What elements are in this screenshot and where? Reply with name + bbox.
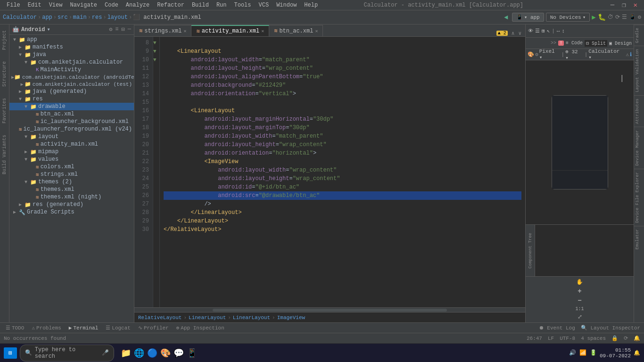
palette-icon[interactable]: 🎨: [528, 51, 534, 58]
breadcrumb-calculator[interactable]: Calculator: [3, 14, 37, 21]
tree-item-java[interactable]: ▼ 📁 java: [9, 51, 134, 58]
zoom-fit-button[interactable]: 1:1: [575, 306, 584, 312]
notification-center-icon[interactable]: 🔔: [634, 350, 640, 356]
back-button[interactable]: ◄: [502, 14, 510, 21]
breadcrumb-app[interactable]: app: [42, 14, 52, 21]
sdk-button[interactable]: ☰: [622, 14, 627, 21]
bc-linearlayout2[interactable]: LinearLayout: [233, 315, 270, 321]
collapse-all-icon[interactable]: ∨: [518, 30, 521, 36]
taskbar-android-icon[interactable]: 📱: [187, 348, 197, 358]
tree-item-res[interactable]: ▼ 📁 res: [9, 95, 134, 103]
maximize-button[interactable]: ❐: [619, 1, 628, 9]
close-button[interactable]: ✕: [631, 1, 640, 9]
menu-analyze[interactable]: Analyze: [123, 1, 152, 9]
design-tool-cursor[interactable]: ↖: [546, 27, 551, 34]
indent-label[interactable]: 4 spaces: [581, 336, 606, 341]
tab-close-btn-ac[interactable]: ✕: [315, 28, 318, 34]
menu-edit[interactable]: Edit: [25, 1, 44, 9]
tree-item-androidtest[interactable]: ▶ 📁 com.aniketjain.calculator (androidTe…: [9, 74, 134, 81]
encoding-label[interactable]: UTF-8: [560, 336, 575, 341]
layout-inspector-button[interactable]: 🔍 Layout Inspector: [581, 325, 640, 331]
app-selector-button[interactable]: 📱 ▾ app: [512, 13, 544, 22]
tab-close-strings[interactable]: ✕: [183, 28, 186, 34]
tree-item-package[interactable]: ▼ 📁 com.aniketjain.calculator: [9, 58, 134, 66]
design-tool-resize[interactable]: ↔: [556, 28, 561, 34]
menu-view[interactable]: View: [46, 1, 66, 9]
tab-close-activity-main[interactable]: ✕: [261, 28, 264, 34]
horizontal-scrollbar[interactable]: [134, 307, 525, 312]
tree-item-btn-ac[interactable]: ≋ btn_ac.xml: [9, 110, 134, 118]
bottom-tab-problems[interactable]: ⚠ Problems: [30, 325, 63, 331]
sidebar-item-device-explorer[interactable]: Device File Explorer: [634, 169, 644, 226]
code-content[interactable]: <LinearLayout android:layout_width="matc…: [160, 37, 525, 307]
zoom-in-button[interactable]: +: [578, 288, 581, 295]
android-dropdown-icon[interactable]: ▾: [47, 26, 50, 33]
design-view-button[interactable]: ▣ Design: [609, 41, 632, 46]
tree-item-activity-main[interactable]: ≋ activity_main.xml: [9, 140, 134, 148]
tree-item-manifests[interactable]: ▶ 📁 manifests: [9, 43, 134, 51]
bc-linearlayout1[interactable]: LinearLayout: [189, 315, 226, 321]
run-button[interactable]: ▶: [592, 13, 595, 21]
taskbar-edge-icon[interactable]: 🔵: [147, 348, 157, 358]
design-tool-grid[interactable]: ⊞: [541, 27, 545, 34]
menu-vcs[interactable]: VCS: [256, 1, 272, 9]
toolbar-more-icon[interactable]: >>: [551, 41, 556, 46]
sidebar-item-structure[interactable]: Structure: [1, 58, 8, 90]
tree-item-themes-xml[interactable]: ≋ themes.xml: [9, 186, 134, 193]
minimize-button[interactable]: —: [608, 1, 617, 9]
zoom-out-button[interactable]: −: [578, 297, 581, 304]
minimize-panel-icon[interactable]: —: [128, 26, 131, 33]
tree-item-drawable[interactable]: ▼ 📁 drawable: [9, 103, 134, 110]
profile-button[interactable]: ⏱: [608, 14, 613, 21]
bottom-tab-terminal[interactable]: ▶ Terminal: [67, 325, 100, 331]
sidebar-item-emulator[interactable]: Emulator: [634, 226, 644, 252]
zoom-cursor-icon[interactable]: ✋: [576, 279, 583, 286]
bottom-tab-app-inspection[interactable]: ⊕ App Inspection: [174, 325, 226, 331]
tab-btn-ac[interactable]: ≋ btn_ac.xml ✕: [269, 25, 323, 36]
debug-button[interactable]: 🐛: [598, 13, 606, 21]
sidebar-item-favorites[interactable]: Favorites: [1, 94, 8, 127]
dpi-selector[interactable]: ⊕ 32 ▾: [565, 49, 584, 61]
menu-help[interactable]: Help: [301, 1, 321, 9]
bc-relativelayout[interactable]: RelativeLayout: [138, 315, 182, 321]
menu-tools[interactable]: Tools: [231, 1, 254, 9]
sidebar-item-layout-validation[interactable]: Layout Validation: [634, 46, 644, 95]
config-icon[interactable]: ⚙: [535, 51, 538, 58]
sync-button[interactable]: ⟳: [615, 14, 620, 21]
split-view-button[interactable]: ⊟ Split: [585, 40, 607, 47]
bottom-tab-profiler[interactable]: ∿ Profiler: [136, 325, 171, 331]
menu-refactor[interactable]: Refactor: [154, 1, 187, 9]
gear-icon[interactable]: ⚙: [109, 26, 112, 33]
tab-strings[interactable]: ≋ strings.xml ✕: [134, 25, 191, 36]
breadcrumb-layout[interactable]: layout: [107, 14, 128, 21]
tree-item-app[interactable]: ▼ 📁 app: [9, 36, 134, 43]
taskbar-explorer-icon[interactable]: 📁: [121, 348, 131, 358]
avd-button[interactable]: 📱: [629, 14, 636, 21]
tree-item-strings[interactable]: ≋ strings.xml: [9, 171, 134, 178]
collapse-icon[interactable]: ⊟: [122, 26, 125, 33]
design-tool-list[interactable]: ☰: [535, 27, 540, 34]
menu-file[interactable]: File: [4, 1, 23, 9]
lf-label[interactable]: LF: [548, 336, 554, 341]
sidebar-item-device-manager[interactable]: Device Manager: [634, 127, 644, 169]
bottom-tab-logcat[interactable]: ☰ Logcat: [104, 325, 132, 331]
menu-code[interactable]: Code: [102, 1, 121, 9]
position-label[interactable]: 26:47: [527, 336, 542, 341]
code-view-button[interactable]: ≡ Code: [566, 41, 583, 46]
tree-item-test[interactable]: ▶ 📁 com.aniketjain.calculator (test): [9, 81, 134, 88]
tree-item-ic-fg[interactable]: ≋ ic_launcher_foreground.xml (v24): [9, 125, 134, 133]
expand-icon[interactable]: ∧: [512, 30, 515, 36]
info-icon[interactable]: ℹ: [630, 51, 632, 58]
tree-item-themes[interactable]: ▼ 📁 themes (2): [9, 178, 134, 186]
tree-item-layout[interactable]: ▼ 📁 layout: [9, 133, 134, 140]
tab-activity-main[interactable]: ≋ activity_main.xml ✕: [191, 25, 269, 36]
breadcrumb-main[interactable]: main: [73, 14, 87, 21]
sidebar-item-attributes[interactable]: Attributes: [634, 95, 644, 127]
zoom-expand-icon[interactable]: ⤢: [578, 313, 582, 321]
settings-button[interactable]: ⚙: [638, 14, 641, 21]
taskbar-chrome-icon[interactable]: 🌐: [134, 348, 144, 358]
design-tool-eye[interactable]: 👁: [528, 27, 534, 34]
tree-item-mipmap[interactable]: ▶ 📁 mipmap: [9, 148, 134, 156]
tree-item-gradle[interactable]: ▶ 🔧 Gradle Scripts: [9, 208, 134, 216]
tree-item-mainactivity[interactable]: K MainActivity: [9, 66, 134, 74]
